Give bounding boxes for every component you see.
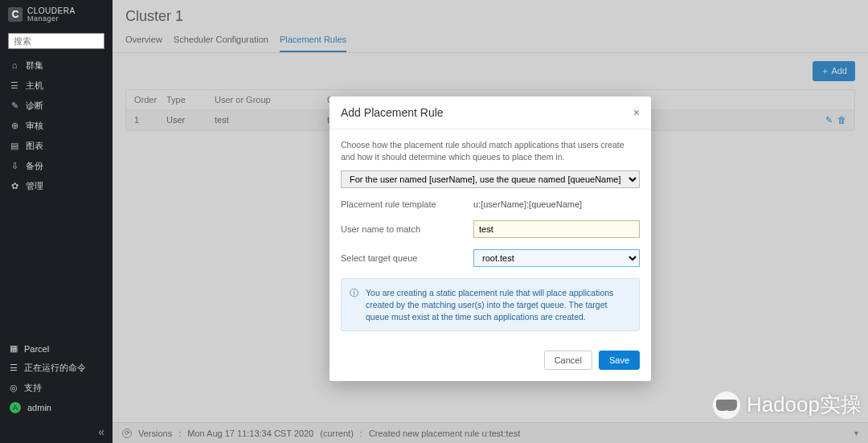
footer-running[interactable]: ☰正在运行的命令 [0, 358, 113, 378]
footer-label: Parcel [24, 344, 49, 354]
close-icon[interactable]: × [633, 106, 640, 119]
save-button[interactable]: Save [599, 351, 640, 370]
target-queue-select[interactable]: root.test [473, 249, 640, 267]
footer-label: admin [27, 403, 51, 412]
nav-admin[interactable]: ✿管理 [0, 176, 113, 196]
main: Cluster 1 Overview Scheduler Configurati… [113, 0, 868, 443]
template-value: u:[userName]:[queueName] [473, 199, 640, 209]
admin-icon: ✿ [10, 181, 19, 191]
collapse-sidebar-icon[interactable]: « [0, 420, 113, 443]
nav-backup[interactable]: ⇩备份 [0, 156, 113, 176]
footer-admin[interactable]: Aadmin [0, 398, 113, 417]
audit-icon: ⊕ [10, 121, 19, 131]
nav-label: 管理 [26, 180, 43, 192]
modal-desc-line2: and how it should determine which queues… [341, 152, 564, 162]
modal-overlay: Add Placement Rule × Choose how the plac… [113, 0, 868, 443]
footer-parcel[interactable]: ▦Parcel [0, 339, 113, 358]
modal-title: Add Placement Rule [341, 106, 444, 119]
nav-label: 诊断 [26, 100, 43, 112]
nav-label: 群集 [26, 59, 43, 72]
nav-label: 备份 [26, 160, 43, 172]
running-icon: ☰ [10, 363, 18, 373]
modal-desc-line1: Choose how the placement rule should mat… [341, 140, 624, 150]
cancel-button[interactable]: Cancel [544, 351, 592, 370]
clusters-icon: ⌂ [10, 60, 19, 70]
logo[interactable]: C CLOUDERA Manager [0, 0, 113, 30]
username-input[interactable] [473, 220, 640, 238]
nav-label: 审核 [26, 120, 43, 132]
username-label: User name to match [341, 224, 473, 234]
template-label: Placement rule template [341, 199, 473, 209]
nav-label: 图表 [26, 140, 43, 152]
admin-avatar-icon: A [10, 402, 21, 413]
footer-support[interactable]: ◎支持 [0, 378, 113, 398]
nav-audit[interactable]: ⊕审核 [0, 116, 113, 136]
search-input[interactable] [8, 33, 104, 49]
add-placement-rule-modal: Add Placement Rule × Choose how the plac… [330, 96, 651, 381]
logo-text: CLOUDERA Manager [27, 6, 76, 23]
info-text: You are creating a static placement rule… [366, 288, 613, 321]
nav-diagnostics[interactable]: ✎诊断 [0, 96, 113, 116]
rule-type-select[interactable]: For the user named [userName], use the q… [341, 170, 640, 188]
logo-badge: C [8, 7, 23, 22]
info-icon: ⓘ [350, 287, 358, 299]
footer-label: 正在运行的命令 [24, 362, 86, 374]
parcel-icon: ▦ [10, 343, 18, 354]
nav-label: 主机 [26, 80, 43, 92]
nav-clusters[interactable]: ⌂群集 [0, 55, 113, 76]
footer-label: 支持 [24, 382, 42, 394]
charts-icon: ▤ [10, 141, 19, 151]
diagnostics-icon: ✎ [10, 100, 19, 111]
nav-hosts[interactable]: ☰主机 [0, 76, 113, 96]
backup-icon: ⇩ [10, 161, 19, 171]
hosts-icon: ☰ [10, 80, 19, 91]
sidebar: C CLOUDERA Manager ⌂群集 ☰主机 ✎诊断 ⊕审核 ▤图表 ⇩… [0, 0, 113, 443]
support-icon: ◎ [10, 383, 18, 393]
nav-charts[interactable]: ▤图表 [0, 136, 113, 156]
queue-label: Select target queue [341, 253, 473, 263]
modal-description: Choose how the placement rule should mat… [341, 139, 640, 162]
logo-line2: Manager [27, 15, 76, 23]
info-box: ⓘ You are creating a static placement ru… [341, 278, 640, 331]
